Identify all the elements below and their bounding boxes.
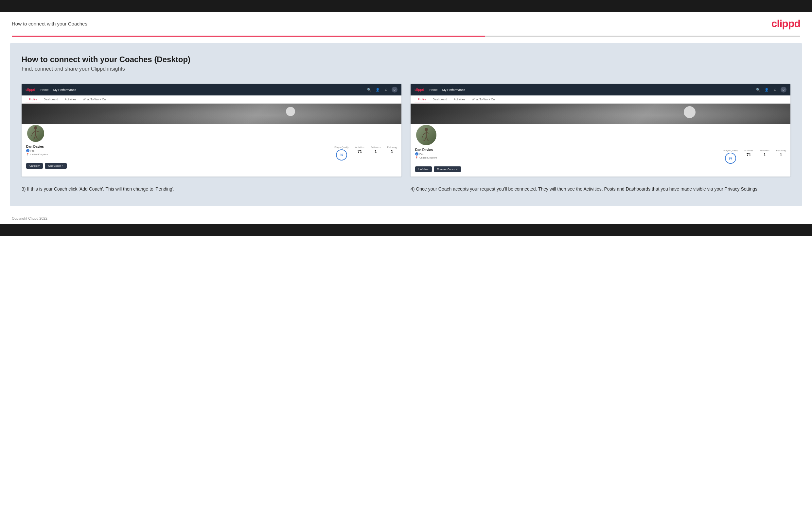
top-bar (0, 0, 812, 12)
mock-logo-left: clippd (26, 88, 35, 92)
main-content: How to connect with your Coaches (Deskto… (10, 43, 802, 206)
stat-following-value-left: 1 (387, 150, 397, 154)
close-icon: × (456, 168, 458, 171)
svg-line-17 (428, 140, 429, 141)
unfollow-button-left[interactable]: Unfollow (26, 163, 43, 169)
svg-line-8 (37, 139, 39, 139)
mock-nav-performance-right[interactable]: My Performance (442, 88, 465, 92)
svg-line-15 (426, 136, 428, 140)
profile-info-right: Dan Davies ✓ Pro 📍 United Kingdom Player (415, 148, 786, 164)
mock-nav-home-left[interactable]: Home (40, 88, 48, 92)
add-coach-button[interactable]: Add Coach + (45, 163, 67, 169)
tab-activities-left[interactable]: Activities (61, 96, 80, 103)
unfollow-button-right[interactable]: Unfollow (415, 166, 432, 172)
mock-header-icons-right: 🔍 👤 ⊙ D (755, 87, 786, 93)
avatar-wrap-left (26, 124, 397, 143)
mock-profile-section-right: Dan Davies ✓ Pro 📍 United Kingdom Player (411, 124, 791, 176)
stat-activities-label-right: Activities (744, 150, 753, 152)
stat-quality-left: Player Quality 97 (334, 146, 349, 161)
stat-quality-right: Player Quality 97 (723, 150, 738, 164)
desc-text-left: 3) If this is your Coach click 'Add Coac… (21, 186, 401, 193)
stat-followers-label-left: Followers (371, 146, 380, 149)
tab-dashboard-right[interactable]: Dashboard (429, 96, 451, 103)
clippd-logo: clippd (771, 18, 800, 30)
mock-app-header-left: clippd Home My Performance 🔍 👤 ⊙ D (21, 84, 401, 96)
player-avatar-left (26, 124, 45, 143)
stat-followers-value-right: 1 (760, 153, 769, 157)
tab-profile-left[interactable]: Profile (26, 96, 41, 103)
avatar-wrap-right (415, 124, 786, 146)
stat-following-label-right: Following (776, 150, 786, 152)
svg-line-4 (32, 133, 33, 136)
profile-details-left: Dan Davies ✓ Pro 📍 United Kingdom (26, 145, 65, 156)
moon-decoration-left (286, 107, 295, 116)
page-header: How to connect with your Coaches clippd (0, 12, 812, 36)
svg-line-12 (426, 132, 429, 133)
svg-line-16 (423, 140, 425, 141)
tab-profile-right[interactable]: Profile (414, 96, 429, 103)
golfer-svg-left (30, 126, 41, 141)
player-name-left: Dan Davies (26, 145, 65, 149)
player-name-right: Dan Davies (415, 148, 454, 152)
tab-dashboard-left[interactable]: Dashboard (41, 96, 61, 103)
person-icon-right[interactable]: 👤 (764, 87, 769, 93)
avatar-icon-right[interactable]: D (780, 87, 786, 93)
tab-activities-right[interactable]: Activities (451, 96, 469, 103)
stat-followers-value-left: 1 (371, 150, 380, 154)
verified-icon-left: ✓ (26, 149, 30, 152)
tab-what-to-work-on-left[interactable]: What To Work On (80, 96, 109, 103)
svg-line-7 (33, 139, 34, 139)
search-icon-right[interactable]: 🔍 (755, 87, 761, 93)
stat-following-value-right: 1 (776, 153, 786, 157)
description-row: 3) If this is your Coach click 'Add Coac… (21, 186, 791, 193)
stat-followers-left: Followers 1 (371, 146, 380, 161)
mock-buttons-left: Unfollow Add Coach + (26, 163, 397, 169)
player-location-right: 📍 United Kingdom (415, 156, 454, 159)
person-icon-left[interactable]: 👤 (374, 87, 380, 93)
plus-icon: + (62, 164, 63, 167)
player-badge-right: Pro (419, 153, 423, 156)
stat-followers-right: Followers 1 (760, 150, 769, 164)
svg-line-3 (36, 131, 39, 132)
mock-logo-right: clippd (414, 88, 424, 92)
mock-tabs-right: Profile Dashboard Activities What To Wor… (411, 96, 791, 104)
svg-point-0 (34, 126, 37, 129)
svg-line-14 (425, 136, 426, 140)
screenshot-panel-left: clippd Home My Performance 🔍 👤 ⊙ D Profi… (21, 84, 401, 176)
desc-text-right: 4) Once your Coach accepts your request … (411, 186, 791, 193)
mock-header-icons-left: 🔍 👤 ⊙ D (366, 87, 398, 93)
search-icon-left[interactable]: 🔍 (366, 87, 372, 93)
settings-icon-right[interactable]: ⊙ (772, 87, 778, 93)
header-divider (12, 36, 800, 37)
player-stats-left: Player Quality 97 Activities 71 Follower… (65, 145, 397, 161)
player-stats-right: Player Quality 97 Activities 71 Follower… (454, 148, 786, 164)
copyright-text: Copyright Clippd 2022 (12, 216, 47, 220)
desc-panel-left: 3) If this is your Coach click 'Add Coac… (21, 186, 401, 193)
mock-nav-performance-left[interactable]: My Performance (53, 88, 76, 92)
player-location-left: 📍 United Kingdom (26, 153, 65, 156)
location-pin-icon-right: 📍 (415, 156, 418, 159)
page-title: How to connect with your Coaches (12, 21, 87, 26)
mock-profile-section-left: Dan Davies ✓ Pro 📍 United Kingdom Player (21, 124, 401, 173)
golfer-svg-right (421, 127, 432, 143)
moon-decoration-right (684, 106, 696, 118)
tab-what-to-work-on-right[interactable]: What To Work On (468, 96, 498, 103)
avatar-icon-left[interactable]: D (392, 87, 398, 93)
badge-row-left: ✓ Pro (26, 149, 65, 152)
main-subheading: Find, connect and share your Clippd insi… (21, 66, 791, 72)
badge-row-right: ✓ Pro (415, 152, 454, 156)
screenshots-row: clippd Home My Performance 🔍 👤 ⊙ D Profi… (21, 84, 791, 176)
verified-icon-right: ✓ (415, 152, 418, 156)
stat-activities-left: Activities 71 (355, 146, 364, 161)
location-pin-icon-left: 📍 (26, 153, 29, 156)
mock-nav-home-right[interactable]: Home (429, 88, 438, 92)
svg-line-11 (423, 132, 426, 135)
stat-activities-label-left: Activities (355, 146, 364, 149)
remove-coach-button[interactable]: Remove Coach × (434, 166, 461, 172)
mock-app-header-right: clippd Home My Performance 🔍 👤 ⊙ D (411, 84, 791, 96)
svg-line-6 (36, 135, 37, 139)
svg-line-2 (33, 131, 36, 133)
screenshot-panel-right: clippd Home My Performance 🔍 👤 ⊙ D Profi… (411, 84, 791, 176)
bottom-bar (0, 224, 812, 236)
settings-icon-left[interactable]: ⊙ (383, 87, 389, 93)
